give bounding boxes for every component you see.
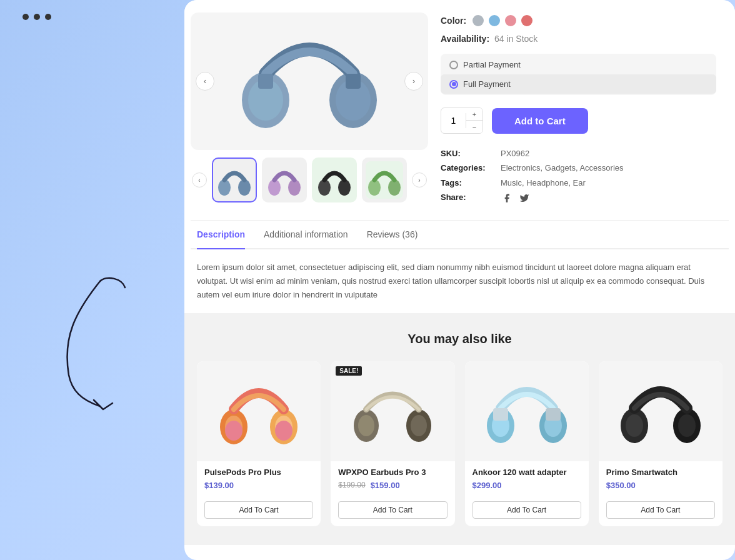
- quantity-decrease-button[interactable]: −: [466, 121, 482, 133]
- partial-payment-option[interactable]: Partial Payment: [441, 55, 716, 74]
- thumbnail-1[interactable]: [212, 158, 257, 202]
- related-grid: PulsePods Pro Plus $139.00 Add To Cart S…: [197, 361, 722, 526]
- quantity-buttons: + −: [466, 108, 482, 133]
- color-swatch-rose[interactable]: [521, 15, 532, 26]
- sku-row: SKU: PX0962: [441, 146, 716, 161]
- product-top-section: ‹ ›: [184, 0, 735, 220]
- related-card-3-image: [465, 361, 589, 461]
- categories-row: Categories: Electronics, Gadgets, Access…: [441, 161, 716, 175]
- related-card-3-add-button[interactable]: Add To Cart: [472, 501, 581, 519]
- window-dot-3: [45, 14, 51, 20]
- related-card-2-body: WPXPO Earbuds Pro 3 $199.00 $159.00: [331, 468, 454, 501]
- quantity-control: 1 + −: [441, 108, 483, 134]
- partial-payment-label: Partial Payment: [463, 60, 521, 69]
- related-card-3-body: Ankoor 120 watt adapter $299.00: [465, 468, 589, 501]
- related-card-4-image: [599, 361, 722, 461]
- color-swatch-pink[interactable]: [505, 15, 516, 26]
- svg-point-22: [358, 415, 374, 436]
- availability-value: 64 in Stock: [494, 34, 538, 44]
- full-payment-option[interactable]: Full Payment: [441, 74, 716, 94]
- cart-row: 1 + − Add to Cart: [441, 108, 716, 134]
- window-dot-1: [22, 14, 29, 20]
- related-card-1-price: $139.00: [204, 481, 234, 490]
- related-card-1: PulsePods Pro Plus $139.00 Add To Cart: [197, 361, 321, 526]
- thumbnail-4[interactable]: [362, 158, 407, 202]
- quantity-increase-button[interactable]: +: [466, 108, 482, 121]
- svg-point-24: [411, 415, 427, 436]
- related-card-3-name: Ankoor 120 watt adapter: [472, 468, 581, 477]
- share-label: Share:: [441, 190, 497, 204]
- tabs-row: Description Additional information Revie…: [191, 221, 729, 249]
- main-image-wrap: ‹ ›: [191, 12, 428, 150]
- related-card-4-name: Primo Smartwatch: [606, 468, 715, 477]
- related-card-2-name: WPXPO Earbuds Pro 3: [338, 468, 447, 477]
- related-card-4-price: $350.00: [606, 481, 636, 490]
- partial-payment-radio[interactable]: [449, 61, 458, 69]
- share-icons: [501, 191, 531, 204]
- sku-label: SKU:: [441, 146, 497, 161]
- color-row: Color:: [441, 15, 716, 26]
- related-card-1-name: PulsePods Pro Plus: [204, 468, 313, 477]
- related-card-1-body: PulsePods Pro Plus $139.00: [197, 468, 321, 501]
- availability-label: Availability:: [441, 34, 489, 44]
- availability-row: Availability: 64 in Stock: [441, 34, 716, 44]
- related-card-3-price: $299.00: [472, 481, 502, 490]
- facebook-share-icon[interactable]: [501, 192, 513, 204]
- related-card-2-old-price: $199.00: [338, 481, 365, 489]
- payment-options: Partial Payment Full Payment: [441, 54, 716, 95]
- related-card-1-image: [197, 361, 321, 461]
- main-product-image: [228, 19, 391, 144]
- product-meta: SKU: PX0962 Categories: Electronics, Gad…: [441, 146, 716, 205]
- svg-point-20: [275, 421, 292, 441]
- sku-value: PX0962: [501, 146, 529, 161]
- full-payment-radio[interactable]: [449, 80, 458, 89]
- categories-label: Categories:: [441, 161, 497, 175]
- svg-rect-5: [346, 74, 361, 89]
- color-swatch-gray[interactable]: [472, 15, 484, 26]
- thumbnails-prev-button[interactable]: ‹: [192, 172, 207, 188]
- related-card-4: Primo Smartwatch $350.00 Add To Cart: [599, 361, 722, 526]
- related-card-2-add-button[interactable]: Add To Cart: [338, 501, 447, 519]
- product-info-panel: Color: Availability: 64 in Stock Partial…: [441, 12, 716, 208]
- thumbnail-2[interactable]: [262, 158, 307, 202]
- tab-content-description: Lorem ipsum dolor sit amet, consectetuer…: [191, 249, 729, 313]
- product-card: ‹ ›: [184, 0, 735, 560]
- related-card-3: Ankoor 120 watt adapter $299.00 Add To C…: [465, 361, 589, 526]
- svg-point-19: [225, 421, 242, 441]
- add-to-cart-button[interactable]: Add to Cart: [492, 108, 588, 134]
- svg-rect-4: [258, 74, 273, 89]
- related-card-2-image: SALE!: [331, 361, 454, 461]
- thumbnails-next-button[interactable]: ›: [412, 172, 427, 188]
- related-card-4-add-button[interactable]: Add To Cart: [606, 501, 715, 519]
- svg-point-34: [678, 414, 696, 437]
- thumbnail-3[interactable]: [312, 158, 357, 202]
- thumbnail-strip: ‹: [191, 158, 428, 202]
- svg-rect-29: [493, 408, 508, 421]
- tab-additional-info[interactable]: Additional information: [264, 221, 348, 248]
- color-swatch-blue[interactable]: [489, 15, 500, 26]
- image-gallery: ‹ ›: [191, 12, 428, 208]
- related-card-1-add-button[interactable]: Add To Cart: [204, 501, 313, 519]
- related-card-4-body: Primo Smartwatch $350.00: [599, 468, 722, 501]
- related-card-2: SALE! WPXPO Earbuds Pro 3 $199.00: [331, 361, 454, 526]
- twitter-share-icon[interactable]: [518, 192, 531, 204]
- categories-value: Electronics, Gadgets, Accessories: [501, 161, 624, 175]
- tags-label: Tags:: [441, 176, 497, 190]
- tab-reviews[interactable]: Reviews (36): [367, 221, 418, 248]
- tags-value: Music, Headphone, Ear: [501, 176, 586, 190]
- related-title: You may also like: [197, 332, 722, 346]
- gallery-next-button[interactable]: ›: [404, 72, 423, 91]
- window-dot-2: [34, 14, 40, 20]
- color-swatches: [472, 15, 532, 26]
- related-card-4-price-row: $350.00: [606, 481, 715, 490]
- description-text: Lorem ipsum dolor sit amet, consectetuer…: [197, 261, 722, 302]
- quantity-value: 1: [441, 113, 466, 128]
- tab-description[interactable]: Description: [197, 221, 245, 248]
- arrow-annotation: [50, 275, 175, 412]
- svg-point-32: [626, 414, 643, 437]
- svg-rect-30: [546, 408, 561, 421]
- color-label: Color:: [441, 16, 466, 26]
- related-section: You may also like: [184, 313, 735, 545]
- window-dots: [22, 14, 51, 20]
- gallery-prev-button[interactable]: ‹: [196, 72, 214, 91]
